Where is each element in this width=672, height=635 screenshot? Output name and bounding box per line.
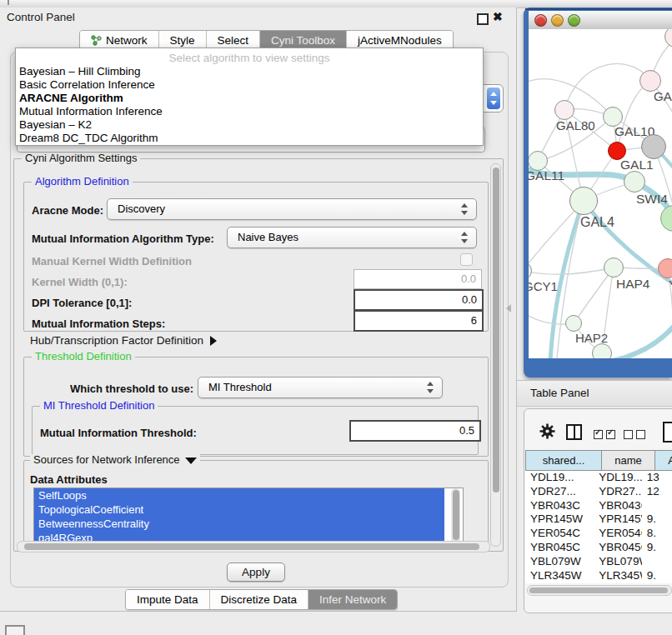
show-columns-icon[interactable] (594, 429, 619, 442)
table-rows: YDL19...YDL19...13YDR27...YDR27...12YBR0… (525, 471, 672, 583)
algorithm-options-list: Bayesian – Hill ClimbingBasic Correlatio… (16, 65, 483, 145)
network-view[interactable]: GALGAL80GAL10GAL1GAL11SWI4GAL4GCY1HAP4YH… (529, 29, 672, 358)
table-cell: YPR145W (525, 512, 594, 527)
table-row[interactable]: YIL052CYIL052C9 (525, 582, 672, 583)
minimize-window-icon[interactable] (551, 14, 564, 27)
network-node-swi4[interactable] (624, 171, 645, 192)
table-cell: YBR045C (525, 541, 594, 555)
cyni-mode-tab-bar: Impute DataDiscretize DataInfer Network (125, 589, 398, 610)
column-header-shared[interactable]: shared... (525, 450, 602, 471)
aracne-mode-label: Aracne Mode: (32, 204, 103, 217)
attribute-item-selected[interactable]: BetweennessCentrality (34, 517, 444, 531)
which-threshold-combobox[interactable]: MI Threshold (198, 377, 443, 398)
columns-icon[interactable] (566, 424, 582, 440)
tab-label: Cyni Toolbox (271, 34, 335, 47)
network-node-hap2[interactable] (565, 315, 582, 332)
gear-icon[interactable] (539, 422, 556, 440)
table-row[interactable]: YDL19...YDL19...13 (525, 471, 672, 485)
mi-steps-field[interactable]: 6 (354, 310, 484, 332)
splitter-collapse-icon[interactable] (506, 304, 511, 312)
network-node-gal80[interactable] (554, 100, 574, 120)
close-panel-icon[interactable]: ✖ (493, 10, 503, 23)
close-window-icon[interactable] (534, 14, 547, 27)
column-header-a[interactable]: A (655, 450, 672, 471)
network-node-y[interactable] (658, 258, 672, 278)
tab-discretize-data[interactable]: Discretize Data (209, 590, 308, 609)
tab-impute-data[interactable]: Impute Data (126, 590, 209, 609)
network-icon (91, 35, 102, 46)
data-attributes-list[interactable]: SelfLoopsTopologicalCoefficientBetweenne… (33, 488, 464, 547)
tab-label: Style (170, 34, 195, 47)
aracne-mode-value: Discovery (118, 202, 165, 215)
algorithm-combobox-fragment[interactable] (480, 84, 504, 112)
network-window-titlebar[interactable] (529, 11, 672, 30)
table-row[interactable]: YER054CYER054C8. (525, 527, 672, 541)
table-row[interactable]: YBL079WYBL079W (525, 555, 672, 569)
hub-expander[interactable]: Hub/Transcription Factor Definition (30, 334, 217, 347)
table-row[interactable]: YBR045CYBR045C9. (525, 541, 672, 555)
node-label: HAP4 (616, 277, 650, 292)
algorithm-definition-title: Algorithm Definition (32, 176, 133, 188)
table-cell: YLR345W (525, 569, 594, 583)
tab-label: jActiveMNodules (358, 34, 442, 47)
algorithm-option[interactable]: Dream8 DC_TDC Algorithm (16, 132, 483, 145)
float-panel-icon[interactable] (477, 13, 489, 25)
table-row[interactable]: YLR345WYLR345W9. (525, 569, 672, 583)
zoom-window-icon[interactable] (568, 14, 580, 27)
horizontal-scrollbar-thumb[interactable] (24, 543, 479, 550)
mi-threshold-field[interactable]: 0.5 (349, 420, 481, 442)
table-cell: YDR27... (594, 485, 641, 499)
table-row[interactable]: YDR27...YDR27...12 (525, 485, 672, 499)
mi-steps-label: Mutual Information Steps: (32, 318, 165, 330)
sources-expander[interactable]: Sources for Network Inference (30, 454, 200, 466)
network-node[interactable] (641, 134, 666, 159)
table-cell: YIL052C (525, 582, 594, 583)
table-scrollbar-thumb[interactable] (529, 588, 668, 593)
settings-scrollbar-thumb[interactable] (493, 168, 499, 492)
threshold-definition-title: Threshold Definition (32, 351, 135, 362)
table-cell: YIL052C (594, 582, 641, 583)
settings-vertical-scrollbar[interactable] (490, 163, 501, 547)
table-cell: 9. (642, 512, 672, 527)
attributes-list-scrollbar[interactable] (451, 488, 460, 543)
manual-kernel-checkbox[interactable] (460, 253, 473, 266)
table-cell: 12 (642, 485, 672, 499)
algorithm-option[interactable]: Bayesian – K2 (16, 118, 483, 132)
table-cell: YBL079W (525, 555, 594, 569)
column-header-name[interactable]: name (602, 450, 655, 471)
algorithm-option[interactable]: ARACNE Algorithm (16, 92, 483, 105)
algorithm-option[interactable]: Bayesian – Hill Climbing (16, 65, 483, 78)
dpi-tolerance-label: DPI Tolerance [0,1]: (32, 297, 132, 309)
algorithm-option[interactable]: Basic Correlation Inference (16, 78, 483, 92)
network-node-hap4[interactable] (604, 258, 624, 278)
dpi-tolerance-field[interactable]: 0.0 (354, 289, 484, 311)
table-horizontal-scrollbar[interactable] (527, 585, 672, 596)
apply-button[interactable]: Apply (227, 562, 285, 582)
attribute-item-selected[interactable]: TopologicalCoefficient (34, 502, 444, 517)
table-row[interactable]: YBR043CYBR043C (525, 499, 672, 513)
table-cell: YPR145W (594, 512, 641, 527)
window-top-mark (8, 0, 9, 5)
document-icon[interactable] (663, 422, 672, 442)
table-row[interactable]: YPR145WYPR145W9. (525, 512, 672, 527)
attribute-item-selected[interactable]: SelfLoops (34, 488, 444, 502)
tab-label: Discretize Data (221, 593, 298, 606)
mi-threshold-group-title: MI Threshold Definition (40, 400, 158, 412)
node-label: GAL1 (620, 158, 654, 172)
network-node[interactable] (592, 343, 612, 358)
mi-type-value: Naive Bayes (238, 231, 298, 243)
node-label: GCY1 (529, 279, 558, 293)
aracne-mode-combobox[interactable]: Discovery (107, 198, 477, 220)
mi-type-combobox[interactable]: Naive Bayes (227, 227, 477, 248)
hide-columns-icon[interactable] (624, 429, 649, 442)
panel-corner-icon[interactable] (5, 625, 25, 635)
settings-horizontal-scrollbar[interactable] (17, 541, 490, 552)
tab-infer-network[interactable]: Infer Network (308, 590, 397, 609)
kernel-width-field[interactable]: 0.0 (354, 269, 482, 289)
algorithm-option[interactable]: Mutual Information Inference (16, 105, 483, 118)
table-panel-titlebar: Table Panel (517, 380, 672, 407)
attributes-scrollbar-thumb[interactable] (453, 490, 459, 540)
tab-label: Select (218, 34, 249, 47)
network-node-gal4[interactable] (569, 187, 598, 215)
tab-label: Network (106, 34, 148, 47)
